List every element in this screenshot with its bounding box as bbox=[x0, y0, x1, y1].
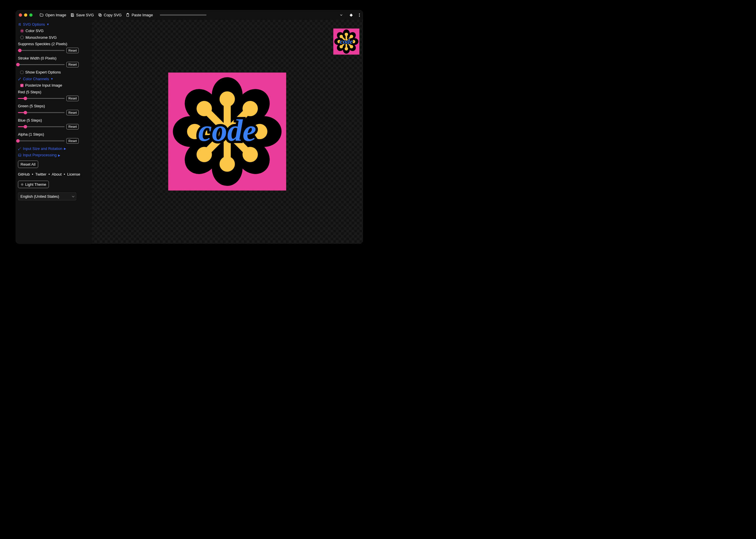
svg-point-30 bbox=[220, 156, 235, 172]
svg-point-48 bbox=[345, 33, 348, 36]
posterize-checkbox[interactable]: Posterize Input Image bbox=[21, 83, 90, 88]
light-theme-label: Light Theme bbox=[25, 182, 46, 187]
checkbox-icon bbox=[21, 84, 24, 87]
ruler-icon bbox=[18, 147, 22, 150]
sun-icon bbox=[21, 183, 24, 186]
footer-links: GitHub • Twitter • About • License bbox=[18, 172, 90, 177]
extension-icon[interactable] bbox=[349, 13, 353, 17]
input-preproc-title: Input Preprocessing bbox=[23, 153, 57, 158]
stroke-width-slider[interactable] bbox=[18, 63, 65, 66]
suppress-speckles-reset-button[interactable]: Reset bbox=[66, 48, 79, 53]
svg-options-header[interactable]: SVG Options ▼ bbox=[18, 22, 90, 27]
logo-text: code bbox=[198, 114, 257, 148]
stroke-width-group: Stroke Width (0 Pixels) Reset bbox=[18, 56, 90, 68]
svg-point-10 bbox=[22, 184, 23, 185]
blue-group: Blue (5 Steps) Reset bbox=[18, 118, 90, 130]
sidebar: SVG Options ▼ Color SVG Monochrome SVG S… bbox=[16, 20, 92, 244]
app-body: SVG Options ▼ Color SVG Monochrome SVG S… bbox=[16, 20, 363, 244]
output-preview: code bbox=[168, 73, 286, 191]
svg-point-7 bbox=[20, 25, 21, 25]
svg-point-22 bbox=[220, 91, 235, 107]
svg-rect-0 bbox=[72, 15, 73, 16]
github-link[interactable]: GitHub bbox=[18, 172, 30, 177]
copy-icon bbox=[98, 13, 102, 17]
tune-icon bbox=[18, 23, 22, 26]
red-reset-button[interactable]: Reset bbox=[66, 96, 79, 101]
posterize-label: Posterize Input Image bbox=[25, 83, 62, 88]
chevron-down-icon: ▼ bbox=[50, 77, 53, 81]
show-expert-checkbox[interactable]: Show Expert Options bbox=[21, 70, 90, 75]
fullscreen-window-button[interactable] bbox=[30, 13, 33, 17]
svg-rect-1 bbox=[99, 14, 101, 16]
green-label: Green (5 Steps) bbox=[18, 104, 90, 109]
chevron-down-icon: ▼ bbox=[46, 23, 49, 26]
input-size-title: Input Size and Rotation bbox=[23, 146, 62, 151]
minimize-window-button[interactable] bbox=[24, 13, 28, 17]
clipboard-icon bbox=[126, 13, 130, 17]
stroke-width-reset-button[interactable]: Reset bbox=[66, 62, 79, 67]
svg-point-6 bbox=[19, 24, 20, 25]
svg-point-56 bbox=[345, 47, 348, 50]
paste-image-label: Paste Image bbox=[131, 13, 153, 18]
language-value: English (United States) bbox=[21, 194, 59, 198]
green-slider[interactable] bbox=[18, 111, 65, 114]
save-icon bbox=[70, 13, 74, 17]
input-thumbnail[interactable]: code bbox=[334, 29, 360, 55]
svg-text:code: code bbox=[340, 38, 353, 45]
reset-all-button[interactable]: Reset All bbox=[18, 161, 38, 168]
more-menu-icon[interactable] bbox=[359, 13, 360, 17]
color-channels-header[interactable]: Color Channels ▼ bbox=[18, 77, 90, 81]
save-svg-label: Save SVG bbox=[76, 13, 94, 18]
alpha-label: Alpha (1 Steps) bbox=[18, 132, 90, 137]
radio-icon bbox=[21, 29, 24, 33]
svg-rect-2 bbox=[99, 14, 101, 16]
window-controls bbox=[19, 13, 33, 17]
blue-label: Blue (5 Steps) bbox=[18, 118, 90, 123]
light-theme-button[interactable]: Light Theme bbox=[18, 181, 49, 189]
suppress-speckles-slider[interactable] bbox=[18, 49, 65, 52]
color-svg-label: Color SVG bbox=[26, 29, 44, 33]
progress-bar bbox=[160, 15, 206, 16]
open-image-label: Open Image bbox=[45, 13, 66, 18]
green-group: Green (5 Steps) Reset bbox=[18, 104, 90, 116]
red-slider[interactable] bbox=[18, 97, 65, 100]
save-svg-button[interactable]: Save SVG bbox=[70, 13, 94, 18]
blue-slider[interactable] bbox=[18, 125, 65, 129]
copy-svg-label: Copy SVG bbox=[104, 13, 121, 18]
green-reset-button[interactable]: Reset bbox=[66, 110, 79, 116]
radio-icon bbox=[21, 36, 24, 39]
license-link[interactable]: License bbox=[67, 172, 80, 177]
checkbox-icon bbox=[21, 71, 24, 74]
reset-all-label: Reset All bbox=[21, 162, 36, 167]
blue-reset-button[interactable]: Reset bbox=[66, 124, 79, 129]
alpha-group: Alpha (1 Steps) Reset bbox=[18, 132, 90, 144]
language-select[interactable]: English (United States) bbox=[18, 193, 76, 200]
svg-point-5 bbox=[20, 23, 21, 24]
twitter-link[interactable]: Twitter bbox=[35, 172, 46, 177]
show-expert-label: Show Expert Options bbox=[25, 70, 61, 75]
close-window-button[interactable] bbox=[19, 13, 22, 17]
red-group: Red (5 Steps) Reset bbox=[18, 90, 90, 102]
canvas[interactable]: code bbox=[92, 20, 363, 244]
titlebar: Open Image Save SVG Copy SVG Paste Image bbox=[16, 11, 363, 20]
monochrome-svg-radio[interactable]: Monochrome SVG bbox=[21, 35, 90, 40]
input-size-header[interactable]: Input Size and Rotation ▶ bbox=[18, 146, 90, 151]
chevron-down-icon[interactable] bbox=[339, 13, 343, 17]
image-icon bbox=[18, 153, 22, 157]
paste-image-button[interactable]: Paste Image bbox=[126, 13, 153, 18]
monochrome-svg-label: Monochrome SVG bbox=[26, 35, 57, 40]
open-image-button[interactable]: Open Image bbox=[40, 13, 66, 18]
suppress-speckles-label: Suppress Speckles (2 Pixels) bbox=[18, 42, 90, 46]
alpha-reset-button[interactable]: Reset bbox=[66, 138, 79, 144]
input-preproc-header[interactable]: Input Preprocessing ▶ bbox=[18, 153, 90, 158]
red-label: Red (5 Steps) bbox=[18, 90, 90, 95]
suppress-speckles-group: Suppress Speckles (2 Pixels) Reset bbox=[18, 42, 90, 53]
chevron-right-icon: ▶ bbox=[58, 153, 60, 157]
alpha-slider[interactable] bbox=[18, 139, 65, 143]
chevron-right-icon: ▶ bbox=[64, 147, 66, 150]
color-svg-radio[interactable]: Color SVG bbox=[21, 29, 90, 33]
copy-svg-button[interactable]: Copy SVG bbox=[98, 13, 121, 18]
folder-icon bbox=[40, 13, 44, 17]
app-window: Open Image Save SVG Copy SVG Paste Image bbox=[16, 10, 363, 244]
about-link[interactable]: About bbox=[52, 172, 61, 177]
